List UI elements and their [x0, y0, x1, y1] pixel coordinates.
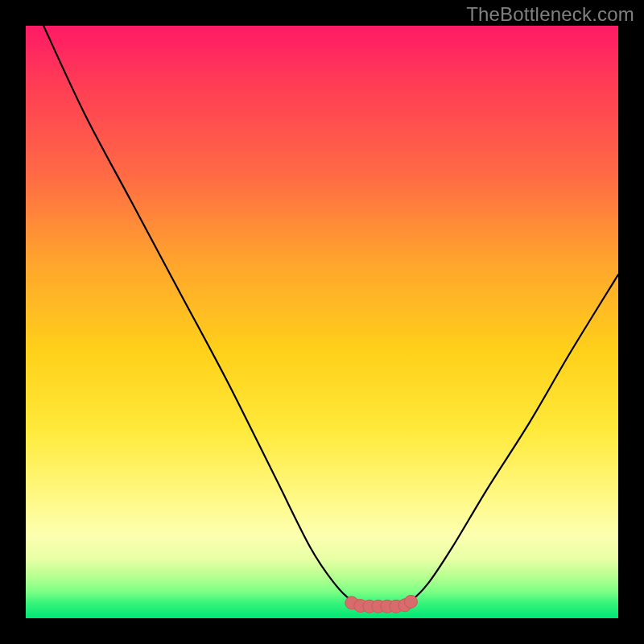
curve-layer — [26, 26, 618, 618]
watermark-text: TheBottleneck.com — [466, 3, 634, 26]
flat-band-marker — [404, 595, 417, 608]
flat-band-markers — [345, 595, 418, 613]
chart-frame: TheBottleneck.com — [0, 0, 644, 644]
bottleneck-curve — [43, 26, 618, 607]
plot-area — [26, 26, 618, 618]
